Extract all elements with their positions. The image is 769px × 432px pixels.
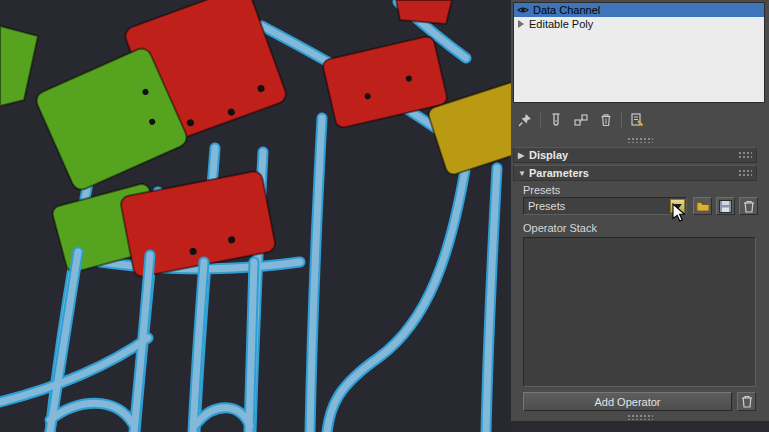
rollout-grip-icon	[738, 169, 752, 177]
chair-green-fragment[interactable]	[0, 26, 38, 106]
modifier-stack-item-editable-poly[interactable]: Editable Poly	[514, 17, 764, 31]
add-operator-button[interactable]: Add Operator	[523, 392, 732, 411]
toolbar-separator	[540, 112, 541, 128]
chair-front-legs-outline	[0, 252, 254, 432]
panel-bottom-strip	[511, 421, 769, 432]
modifier-stack-list[interactable]: Data Channel Editable Poly	[513, 2, 765, 103]
save-disk-icon	[719, 200, 732, 213]
make-unique-button[interactable]	[571, 110, 591, 130]
chair-red-fragment[interactable]	[396, 0, 452, 24]
operator-stack[interactable]	[523, 237, 756, 387]
remove-operator-button[interactable]	[737, 392, 756, 411]
panel-bottom-splitter[interactable]	[511, 414, 769, 420]
pin-icon	[517, 112, 533, 128]
chevron-down-icon	[674, 204, 682, 209]
rollout-expanded-arrow-icon: ▼	[518, 169, 529, 178]
visibility-eye-icon[interactable]	[517, 6, 529, 14]
load-preset-button[interactable]	[693, 197, 712, 215]
panel-splitter[interactable]	[511, 136, 769, 144]
splitter-grip[interactable]	[627, 414, 653, 420]
trash-icon	[741, 395, 753, 408]
rollout-grip-icon	[738, 151, 752, 159]
modifier-label: Editable Poly	[529, 18, 593, 30]
delete-preset-button[interactable]	[739, 197, 758, 215]
make-unique-icon	[573, 112, 589, 128]
presets-label: Presets	[523, 184, 560, 196]
save-preset-button[interactable]	[716, 197, 735, 215]
viewport[interactable]	[0, 0, 511, 432]
modifier-stack-toolbar	[515, 108, 647, 132]
trash-icon	[598, 112, 614, 128]
rollout-title: Parameters	[529, 167, 589, 179]
operator-stack-label: Operator Stack	[523, 222, 597, 234]
modifier-label: Data Channel	[533, 4, 600, 16]
test-tube-icon	[548, 112, 564, 128]
folder-icon	[696, 200, 710, 212]
expand-triangle-icon[interactable]	[517, 20, 525, 28]
presets-dropdown-value: Presets	[524, 200, 565, 212]
configure-sets-icon	[629, 112, 645, 128]
show-end-result-button[interactable]	[546, 110, 566, 130]
rollout-collapsed-arrow-icon: ▶	[518, 151, 529, 160]
remove-modifier-button[interactable]	[596, 110, 616, 130]
toolbar-separator	[621, 112, 622, 128]
rollout-display[interactable]: ▶ Display	[513, 147, 757, 163]
splitter-grip[interactable]	[627, 137, 653, 143]
rollout-parameters[interactable]: ▼ Parameters	[513, 165, 757, 181]
3dsmax-window: Data Channel Editable Poly	[0, 0, 769, 432]
viewport-canvas[interactable]	[0, 0, 511, 432]
pin-stack-button[interactable]	[515, 110, 535, 130]
rollout-title: Display	[529, 149, 568, 161]
dropdown-arrow-button[interactable]	[670, 199, 685, 213]
command-panel: Data Channel Editable Poly	[511, 0, 769, 432]
trash-icon	[743, 200, 755, 213]
configure-modifier-sets-button[interactable]	[627, 110, 647, 130]
modifier-stack-item-data-channel[interactable]: Data Channel	[514, 3, 764, 17]
presets-dropdown[interactable]: Presets	[523, 197, 687, 215]
